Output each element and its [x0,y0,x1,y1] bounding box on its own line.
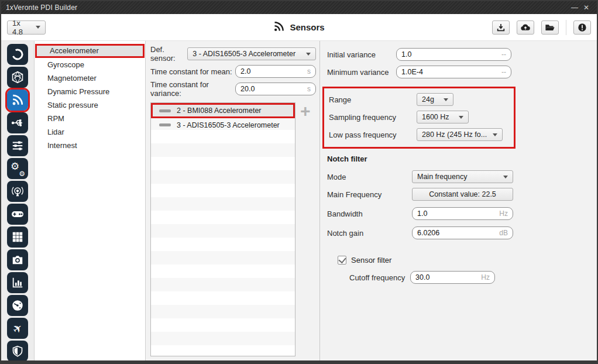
range-label: Range [329,95,417,104]
menu-item-lidar[interactable]: Lidar [35,125,145,139]
time-constant-variance-label: Time constant for variance: [150,80,235,98]
menu-item-magnetometer[interactable]: Magnetometer [35,71,145,85]
minimize-button[interactable]: — [569,4,580,12]
chevron-down-icon [459,116,463,119]
sensors-icon [273,20,285,35]
nav-rail: ⚙⚙ [1,41,35,360]
drag-handle-icon[interactable] [159,123,171,126]
main-frequency-label: Main Frequency [327,190,412,199]
drag-handle-icon[interactable] [159,109,171,112]
sensor-filter-label: Sensor filter [351,256,420,265]
safety-shield-icon[interactable] [7,341,28,362]
add-sensor-button[interactable]: + [300,104,311,356]
menu-item-rpm[interactable]: RPM [35,112,145,125]
cutoff-frequency-field[interactable]: Hz [410,271,495,284]
cloud-icon [520,23,531,32]
sensor-menu: Accelerometer Gyroscope Magnetometer Dyn… [35,41,146,360]
sensor-config-panel: Initial variance -- Minimum variance -- [319,41,597,360]
usb-connections-icon[interactable] [7,112,28,133]
automations-plane-icon[interactable]: ✈ [7,318,28,339]
info-button[interactable] [573,20,591,35]
toolbar-separator [566,20,566,35]
veronte-logo-icon[interactable] [7,44,28,65]
list-item-adis16505[interactable]: 3 - ADIS16505-3 Accelerometer [151,118,295,132]
def-sensor-label: Def. sensor: [150,45,187,63]
content-area: Def. sensor: 3 - ADIS16505-3 Acceleromet… [146,41,597,360]
time-constant-mean-label: Time constant for mean: [150,67,235,76]
notch-gain-field[interactable]: dB [412,226,513,239]
window-title: 1xVeronte PDI Builder [6,4,569,12]
menu-item-static-pressure[interactable]: Static pressure [35,98,145,112]
download-tray-icon [496,23,506,32]
initial-variance-label: Initial variance [327,50,396,59]
low-pass-frequency-dropdown[interactable]: 280 Hz (245 Hz fo... [417,128,503,141]
range-dropdown[interactable]: 24g [417,93,453,106]
chevron-down-icon [444,98,448,101]
app-window: 1xVeronte PDI Builder — ✕ 1x 4.8 Sensors [0,0,598,364]
camera-icon[interactable] [7,249,28,270]
chevron-down-icon [306,53,311,56]
bandwidth-label: Bandwidth [327,210,412,218]
close-button[interactable]: ✕ [580,4,592,12]
def-sensor-dropdown[interactable]: 3 - ADIS16505-3 Accelerometer [187,47,316,60]
sensors-icon[interactable] [7,90,28,111]
main-area: ⚙⚙ [1,41,597,360]
bandwidth-field[interactable]: Hz [412,207,513,220]
low-pass-frequency-label: Low pass frequency [329,131,417,139]
menu-item-gyroscope[interactable]: Gyroscope [35,58,145,71]
chevron-down-icon [36,26,40,29]
notch-filter-heading: Notch filter [327,154,597,163]
toolbar-actions [492,20,591,35]
minimum-variance-label: Minimum variance [327,68,396,77]
notch-gain-label: Notch gain [327,229,412,238]
version-dropdown[interactable]: 1x 4.8 [7,20,46,35]
folder-open-icon [545,23,555,32]
menu-item-accelerometer[interactable]: Accelerometer [35,44,145,58]
toolbar: 1x 4.8 Sensors [1,14,597,41]
sampling-frequency-dropdown[interactable]: 1600 Hz [417,111,469,123]
cloud-upload-button[interactable] [517,20,534,35]
time-constant-mean-field[interactable]: s [235,65,316,78]
info-icon [578,23,587,32]
hud-gauge-icon[interactable] [7,295,28,316]
minimum-variance-field[interactable]: -- [396,66,511,78]
version-value: 1x 4.8 [12,19,31,36]
platform-hexahedron-icon[interactable] [7,67,28,88]
save-button[interactable] [492,20,510,35]
control-sliders-icon[interactable] [7,135,28,156]
settings-gears-icon[interactable]: ⚙⚙ [7,158,28,179]
time-constant-variance-field[interactable]: s [235,83,316,95]
sampling-frequency-label: Sampling frequency [329,113,417,122]
chevron-down-icon [503,176,508,178]
cutoff-frequency-label: Cutoff frequency [349,273,410,282]
page-title: Sensors [290,22,324,32]
title-bar: 1xVeronte PDI Builder — ✕ [1,1,597,14]
telemetry-broadcast-icon[interactable] [7,181,28,202]
annotation-box-frequency-settings: Range 24g Sampling frequency 1600 Hz [322,87,515,149]
stick-gamepad-icon[interactable] [7,204,28,225]
sensor-select-panel: Def. sensor: 3 - ADIS16505-3 Acceleromet… [146,41,319,360]
main-frequency-button[interactable]: Constant value: 22.5 [412,188,513,201]
menu-item-internest[interactable]: Internest [35,139,145,152]
sensor-filter-checkbox[interactable] [338,256,346,265]
data-chart-icon[interactable] [7,272,28,293]
accelerometer-list: 2 - BMI088 Accelerometer 3 - ADIS16505-3… [150,102,295,356]
menu-item-dynamic-pressure[interactable]: Dynamic Pressure [35,85,145,98]
chevron-down-icon [493,133,497,136]
block-grid-icon[interactable] [7,226,28,248]
list-item-bmi088[interactable]: 2 - BMI088 Accelerometer [151,103,295,118]
mode-label: Mode [327,173,412,181]
mode-dropdown[interactable]: Main frequency [412,170,513,183]
initial-variance-field[interactable]: -- [396,48,511,61]
open-folder-button[interactable] [541,20,559,35]
